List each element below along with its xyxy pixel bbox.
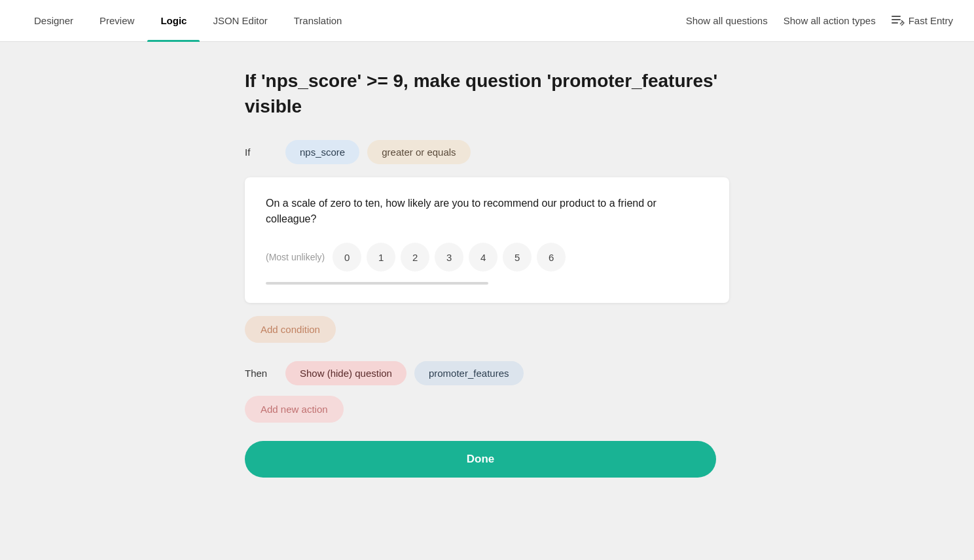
nps-unlikely-label: (Most unlikely) <box>266 252 325 262</box>
action-target-pill[interactable]: promoter_features <box>414 361 524 385</box>
svg-rect-2 <box>892 22 898 24</box>
add-new-action-button[interactable]: Add new action <box>245 396 344 423</box>
main-content: If 'nps_score' >= 9, make question 'prom… <box>192 42 782 504</box>
done-button[interactable]: Done <box>245 441 716 478</box>
svg-rect-0 <box>892 16 901 17</box>
nps-circle-6[interactable]: 6 <box>537 243 566 271</box>
question-text: On a scale of zero to ten, how likely ar… <box>266 196 708 227</box>
nav-item-json-editor[interactable]: JSON Editor <box>200 0 280 42</box>
svg-rect-1 <box>892 19 901 20</box>
nps-circle-5[interactable]: 5 <box>503 243 532 271</box>
action-type-pill[interactable]: Show (hide) question <box>285 361 406 385</box>
then-label: Then <box>245 368 278 379</box>
top-navigation: Designer Preview Logic JSON Editor Trans… <box>0 0 974 42</box>
fast-entry-button[interactable]: Fast Entry <box>892 15 953 27</box>
nps-scrollbar <box>266 282 488 285</box>
rule-title: If 'nps_score' >= 9, make question 'prom… <box>245 68 729 119</box>
nps-scale: (Most unlikely) 0 1 2 3 4 5 6 <box>266 243 708 271</box>
add-condition-button[interactable]: Add condition <box>245 316 336 343</box>
show-all-questions-button[interactable]: Show all questions <box>686 15 768 26</box>
nav-item-logic[interactable]: Logic <box>147 0 200 42</box>
nav-item-designer[interactable]: Designer <box>21 0 86 42</box>
condition-operator-pill[interactable]: greater or equals <box>367 140 470 164</box>
question-preview-card: On a scale of zero to ten, how likely ar… <box>245 177 729 303</box>
nav-item-preview[interactable]: Preview <box>86 0 147 42</box>
then-row: Then Show (hide) question promoter_featu… <box>245 361 729 385</box>
nps-circle-0[interactable]: 0 <box>333 243 361 271</box>
nav-item-translation[interactable]: Translation <box>281 0 355 42</box>
nps-circle-4[interactable]: 4 <box>469 243 497 271</box>
condition-row: If nps_score greater or equals <box>245 140 729 164</box>
nps-circle-1[interactable]: 1 <box>367 243 395 271</box>
if-label: If <box>245 147 278 158</box>
nps-circle-3[interactable]: 3 <box>435 243 463 271</box>
show-all-action-types-button[interactable]: Show all action types <box>784 15 876 26</box>
condition-question-pill[interactable]: nps_score <box>285 140 359 164</box>
fast-entry-icon <box>892 15 905 27</box>
nav-right-actions: Show all questions Show all action types… <box>686 15 953 27</box>
nps-circle-2[interactable]: 2 <box>401 243 429 271</box>
